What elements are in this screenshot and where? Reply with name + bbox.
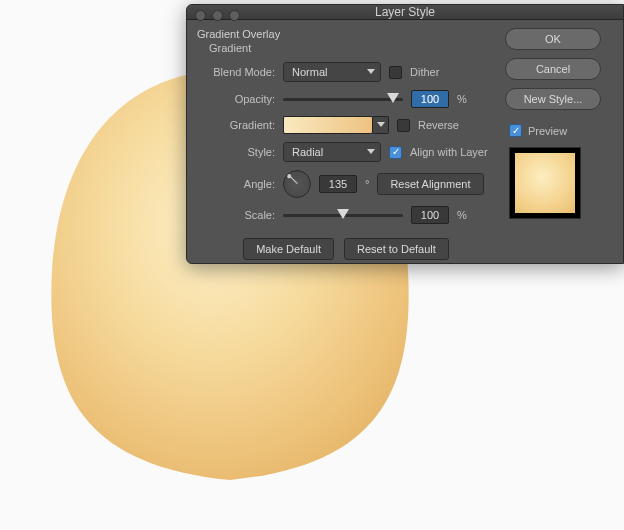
style-value: Radial: [292, 146, 323, 158]
scale-slider[interactable]: [283, 208, 403, 222]
gradient-label: Gradient:: [197, 119, 275, 131]
preview-label: Preview: [528, 125, 567, 137]
scale-unit: %: [457, 209, 467, 221]
dither-label: Dither: [410, 66, 439, 78]
section-title: Gradient Overlay: [197, 28, 495, 40]
blend-mode-value: Normal: [292, 66, 327, 78]
scale-label: Scale:: [197, 209, 275, 221]
angle-dial[interactable]: [283, 170, 311, 198]
angle-unit: °: [365, 178, 369, 190]
opacity-input[interactable]: 100: [411, 90, 449, 108]
opacity-label: Opacity:: [197, 93, 275, 105]
reset-to-default-button[interactable]: Reset to Default: [344, 238, 449, 260]
angle-label: Angle:: [197, 178, 275, 190]
make-default-button[interactable]: Make Default: [243, 238, 334, 260]
opacity-slider[interactable]: [283, 92, 403, 106]
reset-alignment-button[interactable]: Reset Alignment: [377, 173, 483, 195]
chevron-down-icon: [367, 149, 375, 155]
preview-checkbox[interactable]: [509, 124, 522, 137]
align-with-layer-checkbox[interactable]: [389, 146, 402, 159]
window-controls[interactable]: [195, 10, 240, 21]
chevron-down-icon: [377, 122, 385, 128]
dialog-title: Layer Style: [375, 5, 435, 19]
gradient-swatch[interactable]: [283, 116, 373, 134]
scale-input[interactable]: 100: [411, 206, 449, 224]
close-icon[interactable]: [195, 10, 206, 21]
ok-button[interactable]: OK: [505, 28, 601, 50]
reverse-label: Reverse: [418, 119, 459, 131]
preview-thumbnail: [509, 147, 581, 219]
reverse-checkbox[interactable]: [397, 119, 410, 132]
minimize-icon[interactable]: [212, 10, 223, 21]
chevron-down-icon: [367, 69, 375, 75]
cancel-button[interactable]: Cancel: [505, 58, 601, 80]
zoom-icon[interactable]: [229, 10, 240, 21]
section-subtitle: Gradient: [209, 42, 495, 54]
preview-thumbnail-image: [515, 153, 575, 213]
layer-style-dialog: Layer Style Gradient Overlay Gradient Bl…: [186, 4, 624, 264]
style-label: Style:: [197, 146, 275, 158]
align-with-layer-label: Align with Layer: [410, 146, 488, 158]
dither-checkbox[interactable]: [389, 66, 402, 79]
dialog-side-panel: OK Cancel New Style... Preview: [505, 28, 613, 260]
blend-mode-select[interactable]: Normal: [283, 62, 381, 82]
gradient-dropdown-button[interactable]: [373, 116, 389, 134]
angle-input[interactable]: 135: [319, 175, 357, 193]
style-select[interactable]: Radial: [283, 142, 381, 162]
titlebar: Layer Style: [187, 5, 623, 20]
blend-mode-label: Blend Mode:: [197, 66, 275, 78]
new-style-button[interactable]: New Style...: [505, 88, 601, 110]
gradient-overlay-panel: Gradient Overlay Gradient Blend Mode: No…: [197, 28, 495, 260]
opacity-unit: %: [457, 93, 467, 105]
